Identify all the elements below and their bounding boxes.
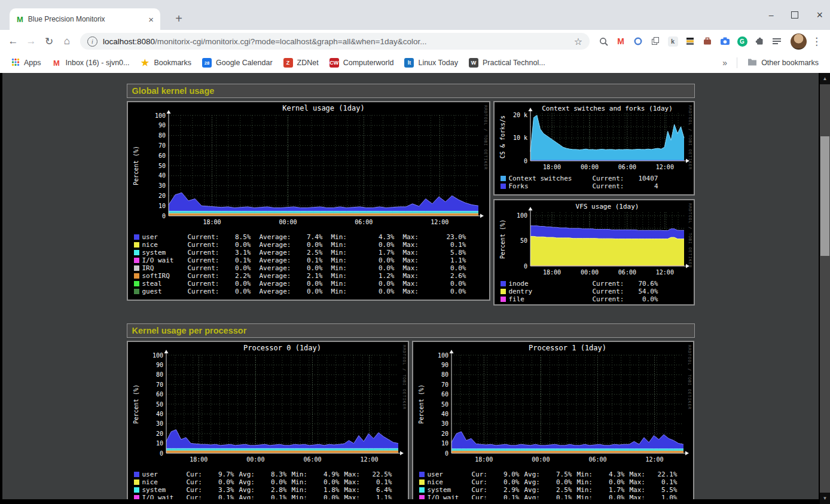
legend-label: file xyxy=(509,295,593,303)
processor1-panel: Processor 1 (1day)1009080706050403020100… xyxy=(412,341,694,499)
bookmark-item[interactable]: WPractical Technol... xyxy=(463,56,551,70)
reload-button[interactable]: ↻ xyxy=(41,33,57,50)
legend-stat-value: 0.1% xyxy=(439,241,466,249)
site-icon: Z xyxy=(283,58,293,68)
legend-stat-value: 0.1% xyxy=(651,478,678,486)
stack-icon[interactable] xyxy=(683,35,697,48)
kernel-usage-graph[interactable]: Kernel usage (1day)100908070605040302010… xyxy=(129,103,488,231)
reading-list-icon[interactable] xyxy=(770,35,783,48)
site-info-icon[interactable]: i xyxy=(87,36,97,47)
legend-stat-value: 9.0% xyxy=(493,471,520,478)
bookmark-item[interactable]: MInbox (16) - sjvn0... xyxy=(47,56,135,70)
legend-row: Context switchesCurrent:10407 xyxy=(501,175,694,182)
legend-stat-key: Max: xyxy=(403,264,439,272)
case-icon[interactable] xyxy=(701,35,714,48)
legend-stat-value: 0.0% xyxy=(628,295,658,303)
bookmarks-overflow-icon[interactable]: » xyxy=(718,58,732,68)
svg-text:50: 50 xyxy=(158,163,165,169)
bookmark-item[interactable]: 28Google Calendar xyxy=(197,56,278,70)
home-button[interactable]: ⌂ xyxy=(59,33,75,50)
new-tab-button[interactable]: + xyxy=(171,11,187,26)
svg-text:30: 30 xyxy=(158,182,165,189)
extensions-puzzle-icon[interactable] xyxy=(753,35,766,48)
svg-text:12:00: 12:00 xyxy=(645,456,663,463)
legend-stat-value: 4.3% xyxy=(599,471,625,478)
legend-stat-key: Current: xyxy=(188,272,224,280)
scrollbar-up-icon[interactable]: ▲ xyxy=(820,73,830,84)
svg-text:10 k: 10 k xyxy=(512,135,527,141)
apps-shortcut[interactable]: Apps xyxy=(6,56,47,70)
scrollbar-down-icon[interactable]: ▼ xyxy=(820,493,830,504)
legend-stat-key: Min: xyxy=(292,486,313,494)
svg-text:Percent (%): Percent (%) xyxy=(133,384,139,424)
gmail-icon[interactable]: M xyxy=(614,35,627,48)
legend-stat-value: 0.0% xyxy=(367,256,395,264)
vfs-usage-graph[interactable]: VFS usage (1day)10050018:0000:0006:0012:… xyxy=(496,201,692,278)
legend-stat-key: Max: xyxy=(403,280,439,288)
svg-text:CS & forks/s: CS & forks/s xyxy=(499,115,506,158)
forward-button[interactable]: → xyxy=(23,33,39,50)
legend-label: nice xyxy=(142,478,187,486)
legend-stat-value: 23.0% xyxy=(439,233,466,241)
window-controls: – × xyxy=(769,0,823,30)
apps-grid-icon xyxy=(11,58,20,68)
legend-stat-value: 7.4% xyxy=(295,233,323,241)
legend-stat-value: 0.0% xyxy=(295,241,323,249)
url-host: localhost:8080 xyxy=(103,37,155,46)
legend-swatch xyxy=(134,242,139,248)
legend-stat-value: 0.1% xyxy=(546,494,572,499)
legend-swatch xyxy=(134,487,139,493)
section-header-global-kernel-usage: Global kernel usage xyxy=(127,84,695,98)
svg-text:40: 40 xyxy=(441,411,448,417)
window-close-button[interactable]: × xyxy=(816,9,823,22)
bookmark-item[interactable]: ZZDNet xyxy=(278,56,324,70)
legend-stat-key: Min: xyxy=(331,256,367,264)
svg-text:0: 0 xyxy=(161,213,165,219)
other-bookmarks[interactable]: Other bookmarks xyxy=(742,56,824,70)
bookmark-item[interactable]: ★Bookmarks xyxy=(135,56,197,70)
svg-text:18:00: 18:00 xyxy=(475,456,493,463)
right-column: Context switches and forks (1day)20 k10 … xyxy=(493,101,695,306)
legend-label: system xyxy=(142,486,187,494)
processor0-graph[interactable]: Processor 0 (1day)1009080706050403020100… xyxy=(129,343,407,469)
context-switches-graph[interactable]: Context switches and forks (1day)20 k10 … xyxy=(496,103,692,173)
bookmark-label: Practical Technol... xyxy=(483,59,545,67)
ring-icon[interactable] xyxy=(631,35,645,48)
legend-stat-key: Avg: xyxy=(239,486,261,494)
back-button[interactable]: ← xyxy=(5,33,22,50)
window-maximize-button[interactable] xyxy=(791,11,798,19)
keep-icon[interactable]: k xyxy=(666,35,679,48)
legend-stat-key: Current: xyxy=(188,280,224,288)
legend-swatch xyxy=(501,297,506,302)
legend-stat-value: 0.0% xyxy=(439,288,466,295)
page-scrollbar[interactable]: ▲ ▼ xyxy=(820,73,830,504)
camera-icon[interactable] xyxy=(718,35,731,48)
bookmark-label: Computerworld xyxy=(343,59,394,67)
bookmark-star-icon[interactable]: ☆ xyxy=(574,36,582,47)
apps-label: Apps xyxy=(24,59,41,67)
processor1-graph[interactable]: Processor 1 (1day)1009080706050403020100… xyxy=(414,343,692,469)
search-icon[interactable] xyxy=(597,35,610,48)
window-minimize-button[interactable]: – xyxy=(769,10,774,20)
profile-avatar[interactable] xyxy=(791,33,807,50)
scrollbar-thumb[interactable] xyxy=(820,136,829,256)
legend-stat-key: Cur: xyxy=(187,478,208,486)
svg-text:06:00: 06:00 xyxy=(303,456,321,463)
legend-stat-key: Current: xyxy=(593,280,628,288)
address-bar[interactable]: i localhost:8080/monitorix-cgi/monitorix… xyxy=(80,33,590,50)
bookmark-item[interactable]: ltLinux Today xyxy=(399,56,463,70)
browser-menu-icon[interactable]: ⋮ xyxy=(808,35,825,48)
legend-stat-key: Max: xyxy=(403,272,439,280)
bookmarks-bar: Apps MInbox (16) - sjvn0...★Bookmarks28G… xyxy=(0,53,830,73)
other-bookmarks-label: Other bookmarks xyxy=(761,59,819,67)
svg-text:18:00: 18:00 xyxy=(542,269,560,276)
copy-icon[interactable] xyxy=(649,35,662,48)
tab-close-icon[interactable]: × xyxy=(147,14,155,25)
legend-label: guest xyxy=(142,288,188,295)
grammarly-icon[interactable]: G xyxy=(736,35,749,48)
svg-text:00:00: 00:00 xyxy=(580,269,598,276)
browser-tab[interactable]: M Blue Precision Monitorix × xyxy=(10,8,160,30)
legend-row: stealCurrent:0.0%Average:0.0%Min:0.0%Max… xyxy=(134,280,489,288)
bookmark-item[interactable]: CWComputerworld xyxy=(324,56,399,70)
section-header-kernel-per-processor: Kernel usage per processor xyxy=(127,323,695,338)
